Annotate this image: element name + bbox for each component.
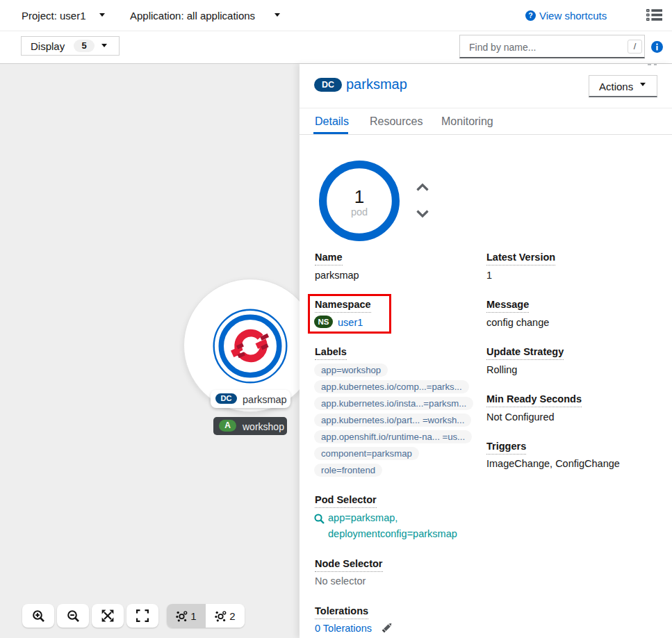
svg-text:?: ? [528,11,532,19]
